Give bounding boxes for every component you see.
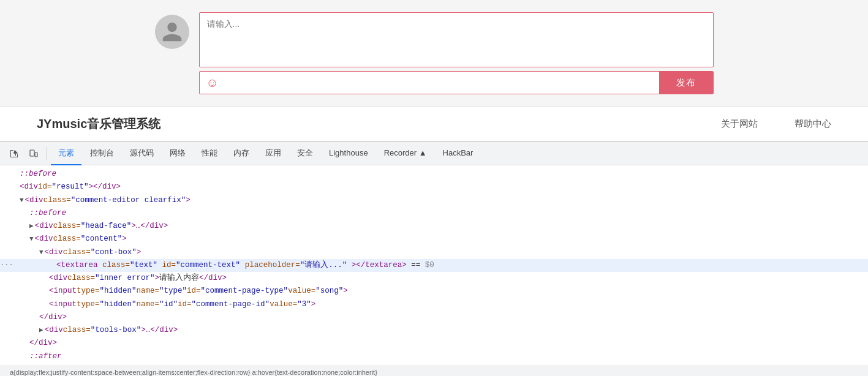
tab-console[interactable]: 控制台 [83,142,121,165]
tab-hackbar[interactable]: HackBar [436,142,481,165]
comment-toolbar: ☺ 发布 [199,71,714,94]
tab-lighthouse[interactable]: Lighthouse [322,142,376,165]
code-line: <input type="hidden" name="type" id="com… [0,285,868,298]
site-links: 关于网站 帮助中心 [721,118,831,130]
tab-network[interactable]: 网络 [162,142,193,165]
code-line: </div> [0,337,868,350]
pseudo-before: ::before [20,168,56,181]
comment-input-area: ☺ 发布 [199,12,714,94]
code-line: ::after [0,350,868,363]
svg-rect-0 [30,150,34,156]
code-line: ▼ <div class="comment-editor clearfix" > [0,194,868,207]
status-text: a{display:flex;justify-content:space-bet… [10,369,377,376]
code-line-highlighted: ··· <textarea class="text" id="comment-t… [0,259,868,272]
tab-elements[interactable]: 元素 [51,142,81,165]
tab-memory[interactable]: 内存 [226,142,257,165]
avatar [155,15,189,49]
device-icon[interactable] [25,145,43,163]
code-line: ▼ <div class="cont-box" > [0,246,868,259]
help-link[interactable]: 帮助中心 [794,118,831,130]
svg-rect-1 [35,152,37,157]
comment-textarea[interactable] [199,12,714,67]
about-link[interactable]: 关于网站 [721,118,758,130]
devtools-panel: 元素 控制台 源代码 网络 性能 内存 应用 安全 Lighthouse Rec… [0,141,868,376]
tab-sources[interactable]: 源代码 [123,142,161,165]
code-line: ::before [0,207,868,220]
emoji-button[interactable]: ☺ [200,71,225,94]
code-line: ::before [0,168,868,181]
line-dots[interactable]: ··· [0,259,10,271]
code-line: <div id="result" ></div> [0,181,868,194]
code-line: ▶ <div class="tools-box" >…</div> [0,324,868,337]
devtools-tabs: 元素 控制台 源代码 网络 性能 内存 应用 安全 Lighthouse Rec… [0,142,868,165]
code-line: </div> [0,311,868,324]
code-line: <input type="hidden" name="id" id="comme… [0,298,868,311]
arrow-collapse[interactable]: ▶ [29,220,34,232]
code-panel: ::before <div id="result" ></div> ▼ <div… [0,165,868,366]
status-bar: a{display:flex;justify-content:space-bet… [0,366,868,376]
site-nav: JYmusic音乐管理系统 关于网站 帮助中心 [0,107,868,141]
tab-application[interactable]: 应用 [258,142,289,165]
code-line: ▼ <div class="content" > [0,233,868,246]
tab-recorder[interactable]: Recorder ▲ [377,142,434,165]
tab-security[interactable]: 安全 [290,142,320,165]
tabs-divider [47,147,47,160]
inspect-icon[interactable] [5,145,23,163]
code-line: ▶ <div class="head-face" >…</div> [0,220,868,233]
comment-section: ☺ 发布 [0,0,868,107]
publish-button[interactable]: 发布 [659,71,713,94]
tab-performance[interactable]: 性能 [194,142,225,165]
arrow-expand[interactable]: ▼ [20,195,24,206]
site-logo: JYmusic音乐管理系统 [37,116,160,132]
code-line: <div class="inner error" >请输入内容</div> [0,272,868,285]
